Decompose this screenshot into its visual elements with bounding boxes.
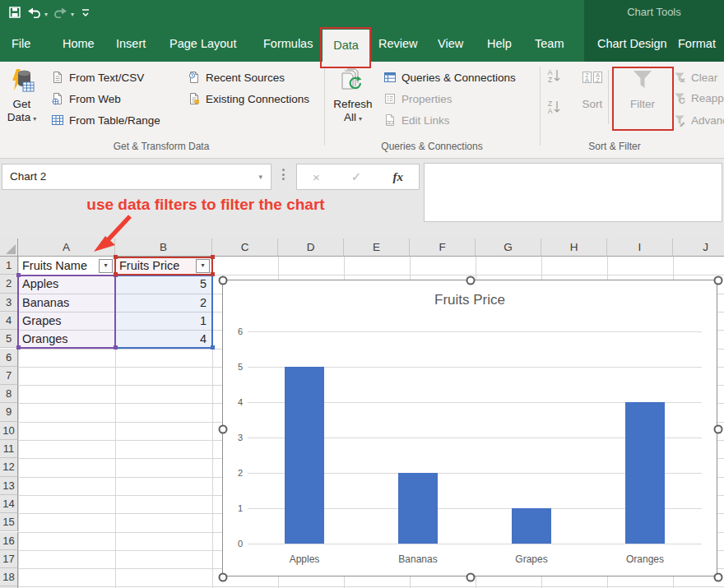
column-header-d[interactable]: D (278, 238, 344, 257)
bar-apples[interactable] (285, 367, 324, 544)
range-resize-handle[interactable] (114, 272, 118, 276)
row-header-17[interactable]: 17 (0, 550, 18, 568)
row-header-6[interactable]: 6 (0, 349, 18, 367)
tab-view[interactable]: View (438, 26, 463, 62)
chart-object[interactable]: Fruits Price0123456ApplesBananasGrapesOr… (222, 280, 717, 576)
row-header-8[interactable]: 8 (0, 385, 18, 403)
name-box-dropdown-icon[interactable]: ▾ (258, 164, 262, 189)
tab-help[interactable]: Help (487, 26, 512, 62)
range-resize-handle[interactable] (114, 345, 118, 350)
queries-connections-button[interactable]: Queries & Connections (383, 68, 516, 86)
bar-grapes[interactable] (512, 508, 551, 544)
from-table-range-button[interactable]: From Table/Range (51, 111, 160, 129)
clear-button[interactable]: Clear (673, 68, 717, 86)
redo-dropdown-icon[interactable]: ▾ (71, 11, 74, 18)
recent-sources-button[interactable]: Recent Sources (188, 68, 285, 86)
tab-formulas[interactable]: Formulas (263, 26, 313, 62)
chart-selection-handle[interactable] (219, 573, 228, 582)
tab-format[interactable]: Format (678, 26, 716, 62)
row-header-12[interactable]: 12 (0, 458, 18, 476)
formula-bar-strip: Chart 2 ▾ × ✓ fx use data filters to fil… (0, 158, 724, 238)
chart-selection-handle[interactable] (466, 573, 476, 582)
row-header-7[interactable]: 7 (0, 367, 18, 385)
tab-team[interactable]: Team (535, 26, 564, 62)
chart-selection-handle[interactable] (714, 573, 723, 582)
column-header-i[interactable]: I (607, 238, 673, 257)
range-resize-handle[interactable] (211, 345, 215, 350)
insert-function-button[interactable]: fx (392, 170, 403, 184)
get-data-button[interactable]: GetData▾ (2, 67, 41, 137)
ribbon-item-label: Queries & Connections (401, 72, 516, 84)
chart-categories-range-highlight[interactable] (17, 275, 116, 349)
cancel-button[interactable]: × (313, 170, 320, 184)
column-header-f[interactable]: F (410, 238, 476, 257)
row-header-1[interactable]: 1 (0, 257, 18, 275)
row-header-14[interactable]: 14 (0, 495, 18, 513)
svg-text:A: A (585, 76, 589, 84)
sort-ascending-button[interactable]: AZ (546, 67, 561, 85)
column-header-j[interactable]: J (673, 238, 724, 257)
refresh-all-button[interactable]: RefreshAll▾ (330, 67, 376, 137)
advanced-button[interactable]: Advanced (673, 111, 724, 129)
from-text-csv-button[interactable]: From Text/CSV (51, 68, 144, 86)
bar-bananas[interactable] (398, 473, 438, 544)
row-header-13[interactable]: 13 (0, 477, 18, 495)
edit-links-button[interactable]: Edit Links (383, 111, 450, 129)
row-header-4[interactable]: 4 (0, 312, 18, 330)
name-box[interactable]: Chart 2 ▾ (2, 164, 272, 190)
tab-file[interactable]: File (12, 26, 30, 62)
chart-selection-handle[interactable] (219, 276, 228, 285)
filter-button[interactable]: Filter (618, 67, 667, 137)
from-web-button[interactable]: From Web (51, 90, 121, 108)
row-header-10[interactable]: 10 (0, 422, 18, 440)
row-header-15[interactable]: 15 (0, 513, 18, 531)
tab-data[interactable]: Data (323, 30, 369, 62)
x-axis-category-label: Grapes (475, 553, 588, 565)
chart-values-range-highlight[interactable] (114, 275, 213, 349)
row-header-9[interactable]: 9 (0, 403, 18, 421)
formula-input[interactable] (424, 163, 722, 222)
filter-dropdown-b1[interactable]: ▾ (196, 259, 210, 273)
range-resize-handle[interactable] (211, 255, 215, 259)
select-all-corner[interactable] (0, 238, 18, 257)
filter-dropdown-a1[interactable]: ▾ (99, 259, 113, 273)
range-resize-handle[interactable] (16, 273, 21, 277)
sort-descending-button[interactable]: ZA (546, 98, 561, 116)
row-header-16[interactable]: 16 (0, 532, 18, 550)
svg-text:A: A (548, 68, 553, 76)
column-header-g[interactable]: G (476, 238, 541, 257)
column-header-h[interactable]: H (541, 238, 607, 257)
chart-selection-handle[interactable] (466, 276, 476, 285)
chart-selection-handle[interactable] (714, 424, 723, 433)
column-header-c[interactable]: C (212, 238, 278, 257)
customize-quick-access-toolbar-icon (80, 7, 91, 18)
properties-button[interactable]: Properties (383, 90, 452, 108)
row-header-2[interactable]: 2 (0, 275, 18, 293)
existing-connections-button[interactable]: Existing Connections (188, 90, 309, 108)
tab-insert[interactable]: Insert (116, 26, 146, 62)
chart-title[interactable]: Fruits Price (223, 292, 717, 308)
column-header-e[interactable]: E (344, 238, 410, 257)
tab-page-layout[interactable]: Page Layout (169, 26, 236, 62)
tab-review[interactable]: Review (378, 26, 418, 62)
annotation-text: use data filters to filter the chart (0, 196, 411, 214)
range-resize-handle[interactable] (211, 272, 215, 276)
row-header-3[interactable]: 3 (0, 294, 18, 312)
svg-text:Z: Z (596, 76, 600, 84)
row-header-18[interactable]: 18 (0, 568, 18, 586)
bar-oranges[interactable] (625, 402, 665, 544)
ribbon-item-label: From Web (69, 93, 121, 105)
tab-chart-design[interactable]: Chart Design (597, 26, 667, 62)
row-header-11[interactable]: 11 (0, 440, 18, 458)
range-resize-handle[interactable] (114, 255, 118, 259)
tab-home[interactable]: Home (63, 26, 95, 62)
ribbon-item-label: From Table/Range (69, 114, 160, 127)
enter-button[interactable]: ✓ (351, 169, 362, 184)
range-resize-handle[interactable] (16, 345, 21, 350)
gridline (18, 586, 724, 587)
chart-selection-handle[interactable] (714, 276, 723, 285)
sort-button[interactable]: ZAAZSort (573, 67, 611, 137)
undo-dropdown-icon[interactable]: ▾ (44, 11, 48, 18)
chart-selection-handle[interactable] (219, 424, 228, 433)
reapply-button[interactable]: Reapply (673, 89, 724, 107)
